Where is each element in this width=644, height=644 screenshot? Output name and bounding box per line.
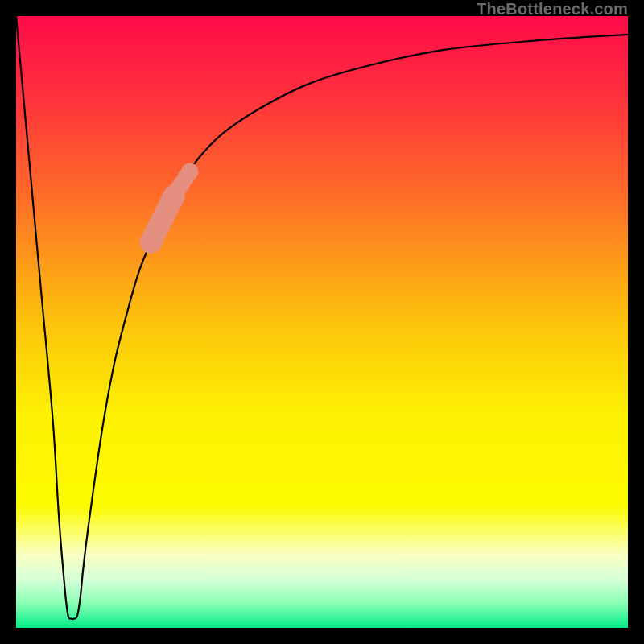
chart-frame: TheBottleneck.com [0, 0, 644, 644]
watermark-text: TheBottleneck.com [477, 0, 628, 19]
chart-svg [16, 16, 628, 628]
chart-plot-area [16, 16, 628, 628]
chart-background-gradient [16, 16, 628, 628]
highlight-dot [181, 163, 198, 180]
